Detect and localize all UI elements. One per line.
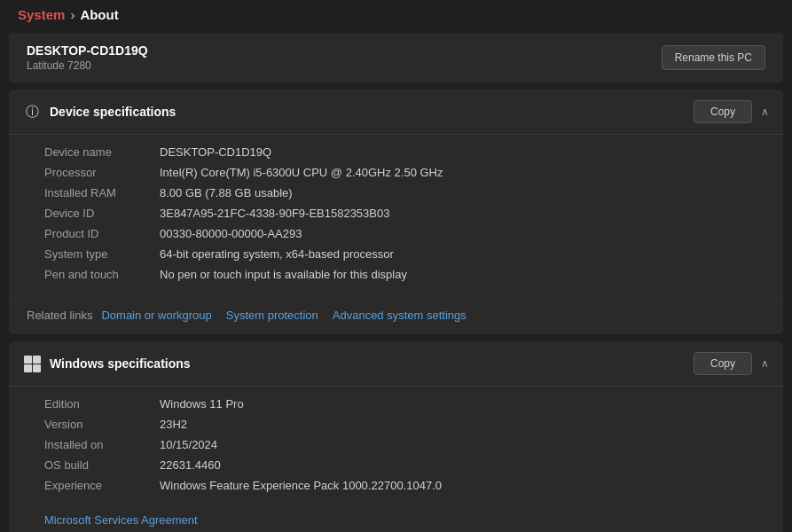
table-row: System type 64-bit operating system, x64… (44, 244, 765, 264)
spec-label: Installed RAM (44, 186, 160, 200)
spec-label: Pen and touch (44, 268, 160, 281)
device-header: DESKTOP-CD1D19Q Latitude 7280 Rename thi… (9, 33, 783, 82)
spec-value: 10/15/2024 (160, 438, 765, 451)
device-info: DESKTOP-CD1D19Q Latitude 7280 (27, 43, 148, 72)
extra-links-section: Microsoft Services Agreement Microsoft S… (9, 506, 783, 532)
table-row: Installed RAM 8.00 GB (7.88 GB usable) (44, 183, 765, 203)
related-links-label: Related links (27, 309, 92, 322)
table-row: Version 23H2 (44, 414, 765, 434)
device-specs-table: Device name DESKTOP-CD1D19Q Processor In… (9, 135, 783, 295)
spec-label: OS build (44, 458, 160, 472)
spec-label: Edition (44, 397, 160, 411)
spec-value: DESKTOP-CD1D19Q (160, 145, 765, 159)
advanced-system-settings-link[interactable]: Advanced system settings (333, 309, 467, 322)
table-row: Device ID 3E847A95-21FC-4338-90F9-EB1582… (44, 203, 765, 223)
spec-label: Processor (44, 166, 160, 179)
spec-value: 22631.4460 (160, 458, 765, 472)
windows-specs-card: Windows specifications Copy ∧ Edition Wi… (9, 341, 783, 532)
spec-value: 23H2 (160, 418, 765, 431)
device-model: Latitude 7280 (27, 59, 148, 72)
table-row: Edition Windows 11 Pro (44, 394, 765, 414)
spec-value: Intel(R) Core(TM) i5-6300U CPU @ 2.40GHz… (160, 166, 765, 179)
spec-label: Experience (44, 479, 160, 492)
device-specs-header-left: ⓘ Device specifications (23, 103, 176, 121)
table-row: Device name DESKTOP-CD1D19Q (44, 142, 765, 162)
device-specs-title: Device specifications (50, 105, 176, 119)
device-specs-header-right: Copy ∧ (694, 100, 769, 123)
domain-workgroup-link[interactable]: Domain or workgroup (101, 309, 211, 322)
spec-value: No pen or touch input is available for t… (160, 268, 765, 281)
windows-specs-title: Windows specifications (50, 356, 191, 371)
breadcrumb: System › About (0, 0, 792, 29)
spec-label: Device name (44, 145, 160, 159)
spec-value: 3E847A95-21FC-4338-90F9-EB1582353B03 (160, 207, 765, 220)
table-row: Pen and touch No pen or touch input is a… (44, 264, 765, 285)
table-row: Processor Intel(R) Core(TM) i5-6300U CPU… (44, 162, 765, 183)
breadcrumb-system[interactable]: System (18, 7, 65, 22)
table-row: Product ID 00330-80000-00000-AA293 (44, 223, 765, 244)
spec-value: Windows 11 Pro (160, 397, 765, 411)
device-specs-copy-button[interactable]: Copy (694, 100, 752, 123)
related-links-bar: Related links Domain or workgroup System… (9, 299, 783, 334)
spec-value: 8.00 GB (7.88 GB usable) (160, 186, 765, 200)
device-specs-header: ⓘ Device specifications Copy ∧ (9, 90, 783, 135)
windows-specs-chevron-icon[interactable]: ∧ (761, 357, 769, 370)
spec-label: Product ID (44, 227, 160, 240)
microsoft-services-agreement-link[interactable]: Microsoft Services Agreement (44, 513, 765, 527)
device-specs-chevron-icon[interactable]: ∧ (761, 106, 769, 118)
table-row: OS build 22631.4460 (44, 455, 765, 475)
spec-value: 00330-80000-00000-AA293 (160, 227, 765, 240)
windows-specs-table: Edition Windows 11 Pro Version 23H2 Inst… (9, 387, 783, 506)
table-row: Installed on 10/15/2024 (44, 434, 765, 455)
info-icon: ⓘ (23, 103, 41, 121)
windows-specs-header-left: Windows specifications (23, 355, 191, 372)
windows-icon (23, 355, 41, 372)
rename-pc-button[interactable]: Rename this PC (662, 45, 765, 70)
windows-specs-copy-button[interactable]: Copy (694, 352, 752, 375)
windows-specs-header: Windows specifications Copy ∧ (9, 341, 783, 387)
system-protection-link[interactable]: System protection (226, 309, 318, 322)
device-computer-name: DESKTOP-CD1D19Q (27, 43, 148, 58)
spec-value: 64-bit operating system, x64-based proce… (160, 247, 765, 261)
table-row: Experience Windows Feature Experience Pa… (44, 475, 765, 496)
spec-label: System type (44, 247, 160, 261)
breadcrumb-about: About (80, 7, 118, 22)
spec-label: Installed on (44, 438, 160, 451)
spec-label: Device ID (44, 207, 160, 220)
spec-value: Windows Feature Experience Pack 1000.227… (160, 479, 765, 492)
spec-label: Version (44, 418, 160, 431)
device-specs-card: ⓘ Device specifications Copy ∧ Device na… (9, 90, 783, 334)
breadcrumb-separator: › (70, 7, 74, 22)
windows-specs-header-right: Copy ∧ (694, 352, 769, 375)
